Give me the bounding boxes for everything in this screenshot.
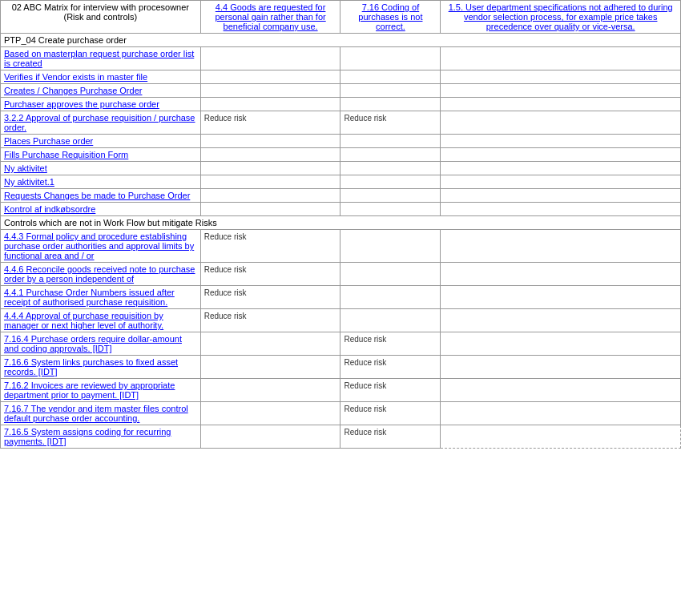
activity-row: Ny aktivitet.1 [1,175,681,189]
activity-row: Based on masterplan request purchase ord… [1,47,681,70]
activity-col4 [441,111,681,135]
activity-col2 [200,148,340,162]
activity-col2 [200,203,340,216]
control-col3: Reduce risk [340,356,441,379]
activity-col4 [441,203,681,216]
header-col4[interactable]: 1.5. User department specifications not … [441,1,681,34]
control-name[interactable]: 4.4.1 Purchase Order Numbers issued afte… [1,286,201,309]
activity-name[interactable]: Fills Purchase Requisition Form [1,148,201,162]
activity-row: Purchaser approves the purchase order [1,98,681,111]
activity-col4 [441,135,681,148]
activity-col4 [441,84,681,98]
control-row: 7.16.2 Invoices are reviewed by appropri… [1,379,681,402]
activity-col2 [200,189,340,203]
activity-col2 [200,162,340,175]
control-col4 [441,309,681,332]
reduce-risk-label: Reduce risk [344,428,386,437]
activity-col3 [340,135,441,148]
activity-col2 [200,175,340,189]
control-row: 4.4.1 Purchase Order Numbers issued afte… [1,286,681,309]
control-col3 [340,286,441,309]
control-col4 [441,230,681,263]
activity-row: Creates / Changes Purchase Order [1,84,681,98]
control-row: 7.16.5 System assigns coding for recurri… [1,425,681,449]
control-row: 4.4.4 Approval of purchase requisition b… [1,309,681,332]
control-name[interactable]: 4.4.6 Reconcile goods received note to p… [1,263,201,286]
control-name[interactable]: 7.16.5 System assigns coding for recurri… [1,425,201,449]
control-col2 [200,356,340,379]
activity-col4 [441,98,681,111]
control-col3: Reduce risk [340,379,441,402]
activity-col3 [340,148,441,162]
control-col4 [441,379,681,402]
control-name[interactable]: 7.16.4 Purchase orders require dollar-am… [1,332,201,356]
reduce-risk-label: Reduce risk [344,405,386,413]
control-row: 7.16.6 System links purchases to fixed a… [1,356,681,379]
control-col4 [441,425,681,449]
main-table: 02 ABC Matrix for interview with proceso… [0,0,681,449]
control-name[interactable]: 4.4.4 Approval of purchase requisition b… [1,309,201,332]
activity-col3 [340,70,441,84]
control-col4 [441,402,681,425]
activity-col2: Reduce risk [200,111,340,135]
activity-col3 [340,162,441,175]
control-row: 4.4.3 Formal policy and procedure establ… [1,230,681,263]
activity-name[interactable]: Requests Changes be made to Purchase Ord… [1,189,201,203]
control-col2 [200,379,340,402]
header-col3[interactable]: 7.16 Coding of purchases is not correct. [340,1,441,34]
control-name[interactable]: 4.4.3 Formal policy and procedure establ… [1,230,201,263]
control-col2: Reduce risk [200,309,340,332]
activity-row: Requests Changes be made to Purchase Ord… [1,189,681,203]
section2-header: Controls which are not in Work Flow but … [1,216,681,230]
section1-header: PTP_04 Create purchase order [1,34,681,47]
control-name[interactable]: 7.16.7 The vendor and item master files … [1,402,201,425]
control-col3 [340,309,441,332]
activity-name[interactable]: Creates / Changes Purchase Order [1,84,201,98]
activity-name[interactable]: 3.2.2 Approval of purchase requisition /… [1,111,201,135]
header-col2[interactable]: 4.4 Goods are requested for personal gai… [200,1,340,34]
activity-col2 [200,70,340,84]
header-row: 02 ABC Matrix for interview with proceso… [1,1,681,34]
reduce-risk-label: Reduce risk [204,312,247,320]
activity-col4 [441,70,681,84]
control-col4 [441,332,681,356]
reduce-risk-label: Reduce risk [204,265,247,274]
control-name[interactable]: 7.16.6 System links purchases to fixed a… [1,356,201,379]
activity-name[interactable]: Based on masterplan request purchase ord… [1,47,201,70]
control-col4 [441,356,681,379]
control-col3 [340,230,441,263]
control-col3: Reduce risk [340,425,441,449]
control-col3 [340,263,441,286]
section2-header-row: Controls which are not in Work Flow but … [1,216,681,230]
activity-col2 [200,84,340,98]
activity-row: 3.2.2 Approval of purchase requisition /… [1,111,681,135]
activity-col3 [340,203,441,216]
activity-name[interactable]: Places Purchase order [1,135,201,148]
activity-col2 [200,98,340,111]
control-name[interactable]: 7.16.2 Invoices are reviewed by appropri… [1,379,201,402]
reduce-risk-label: Reduce risk [344,358,386,367]
control-col2 [200,402,340,425]
activity-name[interactable]: Ny aktivitet [1,162,201,175]
activity-col2 [200,135,340,148]
activity-col3 [340,189,441,203]
control-col2: Reduce risk [200,263,340,286]
activity-name[interactable]: Purchaser approves the purchase order [1,98,201,111]
activity-name[interactable]: Ny aktivitet.1 [1,175,201,189]
reduce-risk-label: Reduce risk [204,232,247,241]
activity-name[interactable]: Verifies if Vendor exists in master file [1,70,201,84]
reduce-risk-label: Reduce risk [204,288,247,297]
control-row: 4.4.6 Reconcile goods received note to p… [1,263,681,286]
activity-col4 [441,175,681,189]
activity-name[interactable]: Kontrol af indkøbsordre [1,203,201,216]
activity-row: Verifies if Vendor exists in master file [1,70,681,84]
activity-col3 [340,175,441,189]
activity-col3 [340,47,441,70]
reduce-risk-label: Reduce risk [204,114,247,123]
activity-col4 [441,189,681,203]
activity-row: Places Purchase order [1,135,681,148]
control-col4 [441,263,681,286]
reduce-risk-label: Reduce risk [344,335,386,344]
control-row: 7.16.4 Purchase orders require dollar-am… [1,332,681,356]
reduce-risk-label: Reduce risk [344,381,386,390]
